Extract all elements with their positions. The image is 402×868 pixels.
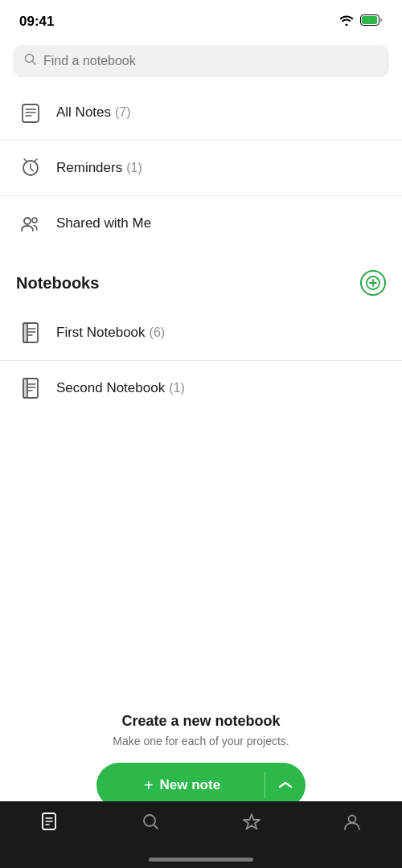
- nav-item-reminders[interactable]: Reminders(1): [0, 141, 402, 196]
- svg-point-28: [348, 816, 355, 823]
- status-time: 09:41: [19, 14, 54, 30]
- promo-subtitle: Make one for each of your projects.: [16, 735, 386, 747]
- first-notebook-label: First Notebook(6): [56, 325, 165, 341]
- shared-icon: [16, 209, 45, 238]
- nav-list: All Notes(7) Reminders(1) Shar: [0, 85, 402, 251]
- new-note-plus-icon: +: [144, 776, 154, 795]
- tab-shortcuts-icon: [240, 811, 263, 833]
- promo-area: Create a new notebook Make one for each …: [0, 697, 402, 764]
- notebooks-title: Notebooks: [16, 274, 99, 293]
- all-notes-icon: [16, 98, 45, 127]
- svg-rect-3: [23, 104, 39, 122]
- battery-icon: [360, 14, 383, 29]
- reminders-label: Reminders(1): [56, 160, 142, 176]
- svg-point-9: [32, 218, 37, 223]
- new-note-label: New note: [160, 777, 221, 793]
- promo-title: Create a new notebook: [16, 713, 386, 730]
- new-note-main[interactable]: + New note: [96, 776, 265, 795]
- notebooks-section-header: Notebooks: [0, 251, 402, 305]
- tab-shortcuts[interactable]: [228, 811, 276, 833]
- notebook-item-first[interactable]: First Notebook(6): [0, 305, 402, 361]
- all-notes-label: All Notes(7): [56, 104, 131, 121]
- svg-rect-19: [23, 379, 27, 398]
- wifi-icon: [339, 14, 354, 29]
- status-bar: 09:41: [0, 0, 402, 40]
- shared-label: Shared with Me: [56, 215, 151, 231]
- reminders-icon: [16, 154, 45, 182]
- tab-search-icon: [140, 811, 162, 833]
- notebook-icon-second: [16, 374, 45, 403]
- svg-point-8: [24, 218, 31, 224]
- svg-rect-1: [362, 16, 377, 24]
- search-icon: [24, 53, 37, 69]
- search-input[interactable]: [43, 54, 378, 68]
- tab-notes-icon: [39, 811, 62, 833]
- tab-bar: [0, 801, 402, 868]
- nav-item-all-notes[interactable]: All Notes(7): [0, 85, 402, 141]
- svg-rect-14: [23, 323, 27, 342]
- tab-account[interactable]: [328, 811, 376, 833]
- second-notebook-label: Second Notebook(1): [56, 380, 185, 396]
- tab-search[interactable]: [127, 811, 175, 833]
- status-icons: [339, 14, 383, 29]
- home-indicator: [149, 858, 253, 862]
- nav-item-shared[interactable]: Shared with Me: [0, 196, 402, 251]
- notebooks-list: First Notebook(6) Second Notebook(1): [0, 305, 402, 416]
- notebook-item-second[interactable]: Second Notebook(1): [0, 361, 402, 416]
- tab-account-icon: [341, 811, 363, 833]
- add-notebook-button[interactable]: [360, 270, 386, 296]
- search-bar[interactable]: [13, 45, 389, 77]
- notebook-icon-first: [16, 318, 45, 347]
- new-note-chevron-button[interactable]: [265, 780, 306, 790]
- tab-notes[interactable]: [27, 811, 75, 833]
